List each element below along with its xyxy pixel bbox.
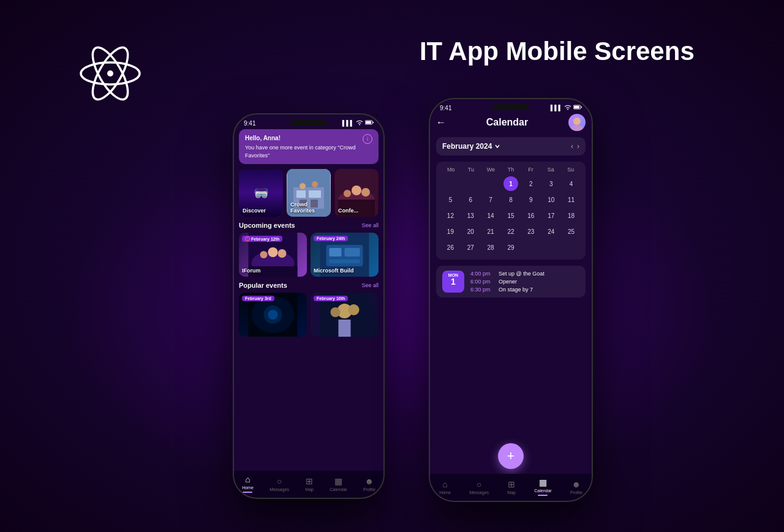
popular-card-1[interactable]: February 3rd [239, 293, 307, 337]
event-card-iforum[interactable]: ! February 12th IForum [239, 233, 307, 277]
day-sa: Sa [541, 167, 561, 173]
cal-day-9[interactable]: 9 [524, 192, 538, 207]
phone2-nav-home[interactable]: ⌂ Home [439, 479, 451, 495]
event-day-badge: MON 1 [442, 271, 464, 293]
cal-day-22[interactable]: 22 [503, 224, 518, 239]
add-event-fab[interactable]: + [498, 443, 524, 469]
phone2-content: ← Calendar February 2024 ‹ › [430, 114, 592, 474]
event-title-3: On stage by 7 [499, 287, 533, 293]
event-time-row-3: 6:30 pm On stage by 7 [470, 287, 579, 293]
cal-day-16[interactable]: 16 [524, 208, 538, 223]
phone1-nav-home[interactable]: ⌂ Home [242, 474, 254, 493]
day-tu: Tu [461, 167, 481, 173]
category-card-crowd[interactable]: Crowd Favorites [287, 169, 331, 217]
popular-section-header: Popular events See all [239, 282, 379, 289]
phone2-nav-home-label: Home [439, 490, 451, 495]
cal-day-empty [443, 176, 458, 191]
category-card-conf[interactable]: Confe... [334, 169, 379, 217]
msbuild-name: Microsoft Build [314, 268, 354, 274]
notif-body: You have one more event in category "Cro… [245, 144, 359, 159]
svg-point-26 [278, 249, 287, 258]
cal-day-26[interactable]: 26 [443, 240, 458, 255]
cal-day-12[interactable]: 12 [443, 208, 458, 223]
cal-day-7[interactable]: 7 [483, 192, 498, 207]
cal-day-20[interactable]: 20 [463, 224, 478, 239]
next-month-button[interactable]: › [577, 142, 579, 151]
back-button[interactable]: ← [436, 117, 446, 128]
cal-day-29[interactable]: 29 [503, 240, 518, 255]
svg-point-36 [268, 310, 278, 320]
cal-day-2[interactable]: 2 [524, 176, 538, 191]
cal-day-28[interactable]: 28 [483, 240, 498, 255]
phone2-nav-map-label: Map [507, 490, 516, 495]
cal-day-empty [524, 240, 538, 255]
cal-day-8[interactable]: 8 [503, 192, 518, 207]
cal-day-19[interactable]: 19 [443, 224, 458, 239]
category-card-discover[interactable]: Discover [239, 169, 283, 217]
cal-day-empty [483, 176, 498, 191]
event-title-1: Set up @ the Goat [499, 271, 545, 277]
cal-day-23[interactable]: 23 [524, 224, 538, 239]
cal-day-3[interactable]: 3 [544, 176, 559, 191]
event-card-msbuild[interactable]: February 24th Microsoft Build [311, 233, 379, 277]
svg-point-13 [312, 181, 318, 187]
phone1-nav-calendar[interactable]: ▦ Calendar [330, 476, 347, 492]
home-icon-2: ⌂ [442, 479, 447, 489]
svg-rect-31 [345, 248, 360, 257]
phone1-nav-profile[interactable]: ☻ Profile [363, 476, 375, 492]
cal-day-21[interactable]: 21 [483, 224, 498, 239]
popular-see-all[interactable]: See all [361, 282, 379, 288]
phone1-nav-calendar-label: Calendar [330, 487, 347, 492]
phone2-nav-messages[interactable]: ○ Messages [469, 479, 489, 495]
cal-day-empty [463, 176, 478, 191]
phone2-nav-messages-label: Messages [469, 490, 489, 495]
calendar-day-names: Mo Tu We Th Fr Sa Su [441, 167, 581, 173]
cal-day-14[interactable]: 14 [483, 208, 498, 223]
user-avatar[interactable] [568, 114, 586, 131]
phone1-nav-profile-label: Profile [363, 487, 375, 492]
cal-day-18[interactable]: 18 [564, 208, 579, 223]
svg-rect-6 [373, 122, 374, 123]
messages-icon: ○ [277, 476, 282, 486]
popular-card-2[interactable]: February 10th [311, 293, 379, 337]
event-time-2: 6:00 pm [470, 279, 494, 285]
cal-day-4[interactable]: 4 [564, 176, 579, 191]
cal-day-1[interactable]: 1 [503, 176, 518, 191]
phone1-nav-messages-label: Messages [270, 487, 289, 492]
phone2-nav-profile[interactable]: ☻ Profile [570, 479, 582, 495]
cal-day-25[interactable]: 25 [564, 224, 579, 239]
phone2-nav-map[interactable]: ⊞ Map [507, 479, 516, 495]
cal-day-13[interactable]: 13 [463, 208, 478, 223]
phone1-nav-map[interactable]: ⊞ Map [305, 476, 314, 492]
cal-day-11[interactable]: 11 [564, 192, 579, 207]
phone2-screen: 9:41 ▌▌▌ ← Calendar [430, 99, 592, 501]
cal-day-24[interactable]: 24 [544, 224, 559, 239]
svg-point-18 [352, 185, 361, 195]
svg-point-41 [349, 304, 360, 315]
prev-month-button[interactable]: ‹ [571, 142, 573, 151]
notif-title: Hello, Anna! [245, 134, 359, 143]
cal-day-10[interactable]: 10 [544, 192, 559, 207]
day-su: Su [560, 167, 581, 173]
svg-point-4 [359, 124, 360, 126]
cal-day-15[interactable]: 15 [503, 208, 518, 223]
svg-point-3 [107, 70, 113, 77]
phone2-status-icons: ▌▌▌ [551, 104, 582, 111]
discover-label: Discover [243, 208, 266, 214]
crowd-label: Crowd Favorites [290, 201, 331, 214]
phone1-nav-messages[interactable]: ○ Messages [270, 476, 289, 492]
svg-rect-11 [309, 190, 321, 198]
upcoming-see-all[interactable]: See all [361, 222, 379, 228]
phone1-battery [365, 120, 374, 126]
phone2-wifi [564, 104, 571, 111]
cal-day-6[interactable]: 6 [463, 192, 478, 207]
phone2-nav-calendar[interactable]: ▦ Calendar [534, 478, 551, 496]
cal-day-27[interactable]: 27 [463, 240, 478, 255]
upcoming-section-header: Upcoming events See all [239, 222, 379, 229]
month-text: February 2024 [442, 142, 492, 151]
upcoming-title: Upcoming events [239, 222, 295, 229]
cal-day-17[interactable]: 17 [544, 208, 559, 223]
svg-point-12 [300, 183, 306, 189]
day-fr: Fr [521, 167, 541, 173]
cal-day-5[interactable]: 5 [443, 192, 458, 207]
